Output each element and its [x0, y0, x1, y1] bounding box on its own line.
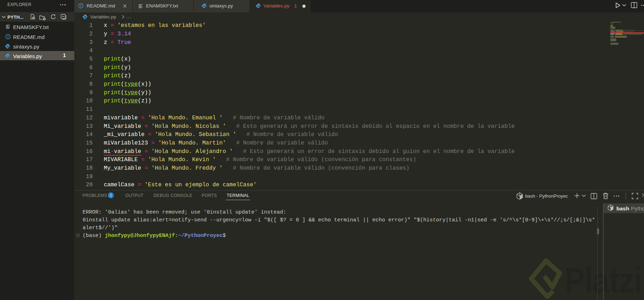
- svg-text:Platzi: Platzi: [565, 260, 642, 300]
